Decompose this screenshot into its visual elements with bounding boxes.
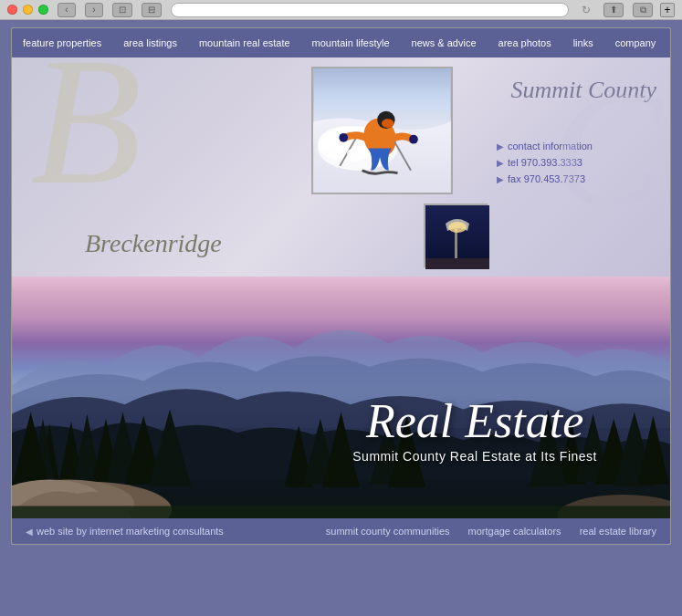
footer-mortgage-link[interactable]: mortgage calculators (468, 526, 561, 537)
svg-point-17 (448, 222, 467, 233)
tel-arrow-icon: ▶ (497, 158, 504, 168)
footer-left-arrow-icon: ◀ (26, 527, 33, 537)
svg-point-12 (347, 149, 354, 156)
loading-spinner: ↻ (582, 4, 591, 16)
hero-section: B Breckenridge (12, 57, 670, 277)
svg-rect-46 (12, 506, 670, 518)
fax-arrow-icon: ▶ (497, 174, 504, 184)
back-button[interactable]: ‹ (58, 3, 76, 17)
nav-company[interactable]: company (604, 28, 667, 57)
forward-button[interactable]: › (85, 3, 103, 17)
maximize-button[interactable] (38, 5, 48, 15)
nav-area-photos[interactable]: area photos (488, 28, 562, 57)
svg-point-7 (382, 119, 394, 128)
svg-point-13 (330, 142, 333, 146)
svg-point-11 (336, 148, 340, 151)
bookmark-button[interactable]: ⊟ (142, 3, 162, 17)
minimize-button[interactable] (23, 5, 33, 15)
footer-library-link[interactable]: real estate library (580, 526, 656, 537)
close-button[interactable] (7, 5, 17, 15)
svg-point-8 (339, 133, 348, 142)
footer-communities-link[interactable]: summit county communities (326, 526, 450, 537)
share-button[interactable]: ⬆ (603, 3, 624, 17)
window-button[interactable]: ⧉ (633, 3, 653, 17)
real-estate-overlay: Real Estate Summit County Real Estate at… (352, 398, 597, 464)
real-estate-subtitle: Summit County Real Estate at Its Finest (352, 449, 597, 464)
footer-right: summit county communities mortgage calcu… (326, 526, 656, 537)
hero-right: C Summit County ▶ contact information ▶ … (497, 57, 670, 277)
real-estate-title: Real Estate (352, 398, 597, 445)
navigation-bar: feature properties area listings mountai… (12, 28, 670, 57)
contact-arrow-icon: ▶ (497, 141, 504, 151)
nav-mountain-real-estate[interactable]: mountain real estate (188, 28, 301, 57)
nav-area-listings[interactable]: area listings (112, 28, 188, 57)
svg-point-10 (341, 144, 347, 150)
address-bar[interactable] (171, 3, 569, 17)
nav-mountain-lifestyle[interactable]: mountain lifestyle (301, 28, 401, 57)
script-background: C (551, 67, 661, 231)
footer-left: ◀ web site by internet marketing consult… (26, 526, 224, 537)
hero-left: B Breckenridge (12, 57, 268, 277)
breckenridge-text: Breckenridge (85, 229, 222, 258)
lamp-photo (424, 204, 488, 267)
main-window: feature properties area listings mountai… (11, 27, 671, 545)
skier-photo (311, 67, 453, 194)
browser-toolbar: ‹ › ⊡ ⊟ ↻ ⬆ ⧉ + (0, 0, 682, 20)
hero-center (268, 57, 497, 277)
landscape-section: Real Estate Summit County Real Estate at… (12, 277, 670, 518)
footer-bar: ◀ web site by internet marketing consult… (12, 518, 670, 544)
footer-imc-link[interactable]: web site by internet marketing consultan… (37, 526, 224, 537)
nav-news-advice[interactable]: news & advice (401, 28, 488, 57)
page-button[interactable]: ⊡ (112, 3, 132, 17)
svg-rect-19 (425, 258, 489, 269)
big-letter-b: B (30, 57, 142, 213)
new-tab-button[interactable]: + (660, 3, 675, 17)
nav-feature-properties[interactable]: feature properties (12, 28, 112, 57)
svg-point-14 (360, 152, 365, 158)
nav-links[interactable]: links (562, 28, 604, 57)
svg-point-9 (409, 135, 418, 144)
